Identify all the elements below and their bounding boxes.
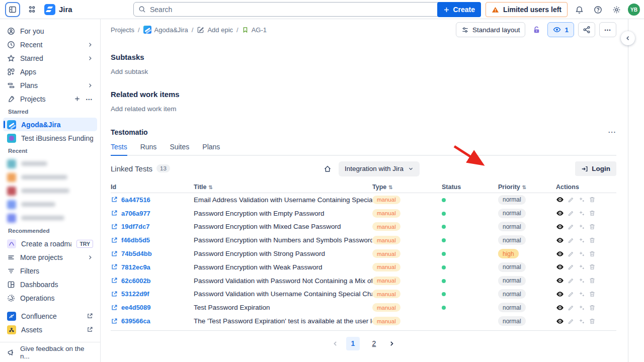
tab-tests[interactable]: Tests bbox=[111, 143, 127, 156]
delete-test-button[interactable] bbox=[589, 196, 596, 203]
unlock-button[interactable] bbox=[529, 23, 543, 37]
view-test-button[interactable] bbox=[556, 250, 564, 258]
breadcrumb-projects[interactable]: Projects bbox=[111, 26, 134, 34]
delete-test-button[interactable] bbox=[589, 223, 596, 230]
edit-test-button[interactable] bbox=[568, 237, 575, 244]
sidebar-project-test-ibusiness[interactable]: Test iBusiness Funding bbox=[3, 131, 97, 145]
sidebar-toggle-button[interactable] bbox=[5, 2, 20, 17]
sidebar-item-assets[interactable]: Assets bbox=[3, 323, 97, 336]
login-button[interactable]: Login bbox=[575, 161, 616, 176]
view-test-button[interactable] bbox=[556, 223, 564, 231]
recent-item-blurred[interactable] bbox=[3, 211, 97, 225]
edit-test-button[interactable] bbox=[568, 263, 575, 270]
sidebar-item-create-roadmap[interactable]: Create a roadmap TRY bbox=[3, 237, 97, 250]
test-id-link[interactable]: 74b5d4bb bbox=[121, 250, 152, 257]
limited-users-button[interactable]: Limited users left bbox=[486, 2, 568, 17]
ai-actions-button[interactable] bbox=[578, 223, 585, 230]
view-test-button[interactable] bbox=[556, 277, 564, 285]
edit-test-button[interactable] bbox=[568, 223, 575, 230]
view-test-button[interactable] bbox=[556, 209, 564, 217]
sort-icon[interactable]: ⇅ bbox=[388, 185, 392, 190]
sidebar-item-starred[interactable]: Starred bbox=[3, 51, 97, 65]
column-header-priority[interactable]: Priority⇅ bbox=[498, 184, 556, 191]
global-search[interactable] bbox=[133, 2, 463, 17]
sidebar-item-operations[interactable]: Operations bbox=[3, 291, 97, 305]
external-link-icon[interactable] bbox=[111, 318, 118, 325]
ai-actions-button[interactable] bbox=[578, 291, 585, 298]
delete-test-button[interactable] bbox=[589, 291, 596, 298]
external-link-icon[interactable] bbox=[111, 237, 118, 244]
ai-actions-button[interactable] bbox=[578, 318, 585, 325]
ai-actions-button[interactable] bbox=[578, 304, 585, 311]
projects-more-icon[interactable]: ⋯ bbox=[86, 95, 93, 103]
ai-actions-button[interactable] bbox=[578, 237, 585, 244]
edit-test-button[interactable] bbox=[568, 277, 575, 284]
test-id-link[interactable]: 62c6002b bbox=[121, 277, 151, 285]
sidebar-item-dashboards[interactable]: Dashboards bbox=[3, 278, 97, 291]
tab-suites[interactable]: Suites bbox=[170, 143, 189, 155]
sidebar-item-filters[interactable]: Filters bbox=[3, 264, 97, 278]
recent-item-blurred[interactable] bbox=[3, 170, 97, 184]
tab-runs[interactable]: Runs bbox=[140, 143, 157, 155]
ai-actions-button[interactable] bbox=[578, 196, 585, 203]
sidebar-item-apps[interactable]: Apps bbox=[3, 65, 97, 78]
edit-test-button[interactable] bbox=[568, 304, 575, 311]
test-id-link[interactable]: 53122d9f bbox=[121, 290, 149, 298]
view-test-button[interactable] bbox=[556, 196, 564, 204]
sidebar-item-plans[interactable]: Plans bbox=[3, 78, 97, 92]
avatar[interactable]: YB bbox=[628, 4, 640, 16]
external-link-icon[interactable] bbox=[111, 304, 118, 311]
delete-test-button[interactable] bbox=[589, 250, 596, 257]
delete-test-button[interactable] bbox=[589, 210, 596, 217]
ai-actions-button[interactable] bbox=[578, 250, 585, 257]
external-link-icon[interactable] bbox=[111, 210, 118, 217]
recent-item-blurred[interactable] bbox=[3, 157, 97, 170]
external-link-icon[interactable] bbox=[111, 196, 118, 203]
delete-test-button[interactable] bbox=[589, 263, 596, 270]
test-id-link[interactable]: 639566ca bbox=[121, 317, 150, 325]
breadcrumb-add-epic[interactable]: Add epic bbox=[197, 26, 233, 34]
delete-test-button[interactable] bbox=[589, 277, 596, 284]
external-link-icon[interactable] bbox=[111, 250, 118, 257]
sidebar-item-for-you[interactable]: For you bbox=[3, 24, 97, 38]
help-button[interactable] bbox=[591, 3, 605, 17]
share-button[interactable] bbox=[578, 22, 595, 37]
add-related-work-item-button[interactable]: Add related work item bbox=[111, 105, 616, 113]
more-actions-button[interactable]: ⋯ bbox=[599, 22, 616, 37]
delete-test-button[interactable] bbox=[589, 304, 596, 311]
notifications-button[interactable] bbox=[572, 3, 586, 17]
prev-page-button[interactable] bbox=[332, 340, 339, 347]
sidebar-project-agoda-jira[interactable]: Agoda&Jira bbox=[3, 118, 97, 131]
column-header-type[interactable]: Type⇅ bbox=[372, 184, 442, 191]
ai-actions-button[interactable] bbox=[578, 277, 585, 284]
page-button-1[interactable]: 1 bbox=[346, 337, 360, 350]
watchers-button[interactable]: 1 bbox=[547, 22, 574, 37]
add-subtask-button[interactable]: Add subtask bbox=[111, 68, 616, 75]
external-link-icon[interactable] bbox=[111, 291, 118, 298]
view-test-button[interactable] bbox=[556, 304, 564, 312]
next-page-button[interactable] bbox=[388, 340, 395, 347]
chevron-right-icon[interactable] bbox=[87, 254, 93, 260]
breadcrumb-issue[interactable]: AG-1 bbox=[242, 26, 267, 34]
home-button[interactable] bbox=[324, 165, 332, 173]
search-input[interactable] bbox=[150, 6, 458, 14]
ai-actions-button[interactable] bbox=[578, 210, 585, 217]
external-link-icon[interactable] bbox=[111, 223, 118, 230]
test-id-link[interactable]: f46db5d5 bbox=[121, 236, 150, 244]
page-button-2[interactable]: 2 bbox=[367, 337, 381, 350]
give-feedback-button[interactable]: Give feedback on the n... bbox=[0, 342, 100, 362]
standard-layout-button[interactable]: Standard layout bbox=[456, 22, 526, 37]
column-header-title[interactable]: Title⇅ bbox=[194, 184, 372, 191]
edit-test-button[interactable] bbox=[568, 318, 575, 325]
tab-plans[interactable]: Plans bbox=[202, 143, 220, 155]
chevron-right-icon[interactable] bbox=[87, 55, 93, 61]
test-id-link[interactable]: 19df7dc7 bbox=[121, 223, 149, 230]
project-selector-dropdown[interactable]: Integration with Jira bbox=[339, 161, 420, 176]
test-id-link[interactable]: 6a447516 bbox=[121, 196, 150, 204]
sort-icon[interactable]: ⇅ bbox=[522, 185, 526, 190]
add-project-icon[interactable] bbox=[74, 96, 80, 102]
view-test-button[interactable] bbox=[556, 263, 564, 271]
jira-brand[interactable]: Jira bbox=[44, 4, 72, 15]
recent-item-blurred[interactable] bbox=[3, 184, 97, 198]
create-button[interactable]: Create bbox=[437, 2, 481, 17]
